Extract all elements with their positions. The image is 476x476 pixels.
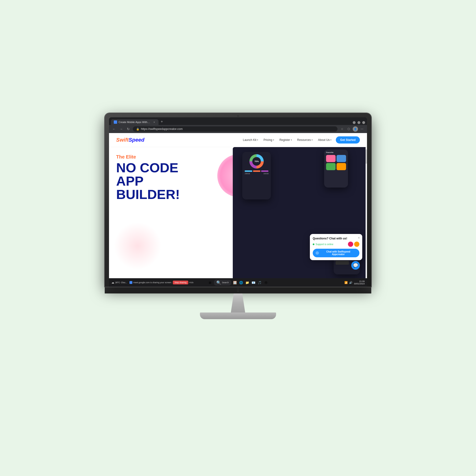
profile-icon[interactable]: 👤 [353,126,358,132]
nav-links: Launch Kit ▾ Pricing ▾ Register ▾ Reso [243,138,332,142]
share-notice-text: meet.google.com is sharing your screen. [133,281,172,284]
chevron-down-icon: ▾ [257,139,258,141]
weather-condition: Clou... [121,281,127,284]
storage-item-purple [261,170,269,172]
window-maximize-button[interactable] [357,121,360,124]
taskbar-store-icon[interactable]: 🪟 [233,280,237,285]
imac-monitor: Create Mobile Apps Without Co... × + ← →… [105,113,371,363]
lock-icon: 🔒 [136,128,139,131]
chat-close-button[interactable]: × [358,236,360,240]
scrollbar-thumb [366,150,367,164]
address-bar[interactable]: 🔒 https://swiftspeedappcreator.com [133,126,338,132]
browser-tabs: Create Mobile Apps Without Co... × + [109,117,367,125]
website-viewport: SwiftSpeed Launch Kit ▾ Pricing ▾ Regist… [109,133,367,278]
windows-taskbar: ☁ 28°C Clou... meet.google.com is sharin… [109,278,367,287]
online-status-text: Support is online [316,243,333,246]
mini-cards-grid [326,155,346,170]
browser-controls-bar: ← → ↻ 🔒 https://swiftspeedappcreator.com… [109,125,367,133]
phone-donut-chart: 70% [249,154,264,169]
nav-about-us[interactable]: About Us ▾ [318,138,332,142]
storage-256-label: 256GB [245,173,250,174]
window-minimize-button[interactable] [353,121,356,124]
doc-item-4 [336,261,349,265]
mini-card-pink [326,155,336,162]
taskbar-mail-icon[interactable]: 📧 [251,280,256,285]
browser-action-buttons: ☆ ⬡ 👤 ⋯ [340,126,365,132]
taskbar-chrome-icon[interactable]: ⦿ [263,280,268,285]
bookmark-icon[interactable]: ☆ [340,126,345,132]
taskbar-files-icon[interactable]: 📁 [245,280,250,285]
hero-section: The Elite NO CODE APP BUILDER! [109,147,367,278]
hero-image-panel: 70% 256GB 180GB [233,147,367,278]
storage-item-blue [245,170,252,172]
apple-logo-icon:  [237,287,239,293]
weather-cloud-icon: ☁ [111,281,114,284]
chevron-down-icon: ▾ [273,139,274,141]
screen-bezel: Create Mobile Apps Without Co... × + ← →… [105,113,371,287]
get-started-button[interactable]: Get Started [336,136,360,143]
time-display: 21:09 [354,280,365,283]
more-options-icon[interactable]: ⋯ [359,126,365,132]
extensions-icon[interactable]: ⬡ [346,126,351,132]
add-tab-button[interactable]: + [159,119,165,124]
elite-label: The Elite [116,154,237,160]
nav-resources[interactable]: Resources ▾ [297,138,313,142]
nav-launch-kit[interactable]: Launch Kit ▾ [243,138,258,142]
phone-favorite-label: Favorite [326,151,346,153]
weather-widget: ☁ 28°C Clou... [111,281,128,284]
hero-text-block: The Elite NO CODE APP BUILDER! [116,154,237,201]
hero-title: NO CODE APP BUILDER! [116,161,237,201]
speaker-icon: 🔊 [349,281,353,284]
site-navigation: SwiftSpeed Launch Kit ▾ Pricing ▾ Regist… [109,133,367,147]
browser-chrome: Create Mobile Apps Without Co... × + ← →… [109,117,367,133]
mini-card-green [326,163,336,170]
phone-main-card: 70% 256GB 180GB [242,152,271,200]
profile-avatar: 👤 [353,126,358,132]
chevron-down-icon: ▾ [311,139,313,141]
monitor-stand-neck [224,293,252,312]
back-button[interactable]: ← [111,126,117,132]
search-icon: 🔍 [216,280,221,285]
hero-title-line2: APP [116,174,237,188]
donut-center-label: 70% [252,157,261,166]
taskbar-search-box[interactable]: 🔍 Search [214,280,231,286]
scrollbar[interactable] [366,147,367,278]
windows-start-icon[interactable]: ⊞ [208,280,213,285]
chat-with-swiftspeed-button[interactable]: Chat with Swiftspeed Appcreator [313,249,359,257]
window-close-button[interactable] [362,121,365,124]
active-tab[interactable]: Create Mobile Apps Without Co... × [111,119,158,125]
stop-sharing-button[interactable]: Stop sharing [173,281,188,284]
chat-avatar-2 [354,241,359,247]
imac-chin:  [105,287,371,293]
hero-title-line1: NO CODE [116,161,237,174]
hide-button[interactable]: Hide [189,281,194,284]
network-icon: 📶 [344,281,348,284]
mini-card-blue [337,155,346,162]
chevron-down-icon: ▾ [291,139,292,141]
weather-temp: 28°C [115,281,120,284]
chat-button-icon [316,251,319,255]
forward-button[interactable]: → [119,126,124,132]
tab-favicon [114,120,117,124]
hero-title-line3: BUILDER! [116,188,237,201]
tab-close-icon[interactable]: × [153,120,156,124]
refresh-button[interactable]: ↻ [126,126,131,132]
chat-avatars [348,241,359,247]
phone-secondary-card: Favorite [324,150,348,187]
mini-card-orange [337,163,346,170]
chat-status-row: Support is online [313,241,359,247]
site-logo: SwiftSpeed [116,137,144,143]
taskbar-music-icon[interactable]: 🎵 [257,280,262,285]
storage-bar [245,170,269,172]
blob-pink-bottom-decoration [114,222,161,270]
nav-pricing[interactable]: Pricing ▾ [263,138,274,142]
tab-title: Create Mobile Apps Without Co... [119,121,151,123]
chat-popup-title: Questions? Chat with us! [313,237,359,240]
taskbar-edge-icon[interactable]: 🌐 [239,280,243,285]
storage-item-orange [253,170,260,172]
chat-fab-button[interactable]: 💬 [351,261,360,270]
search-label: Search [222,281,229,284]
date-display: 30/01/2023 [354,283,365,285]
nav-register[interactable]: Register ▾ [279,138,292,142]
online-status-dot [313,243,314,245]
